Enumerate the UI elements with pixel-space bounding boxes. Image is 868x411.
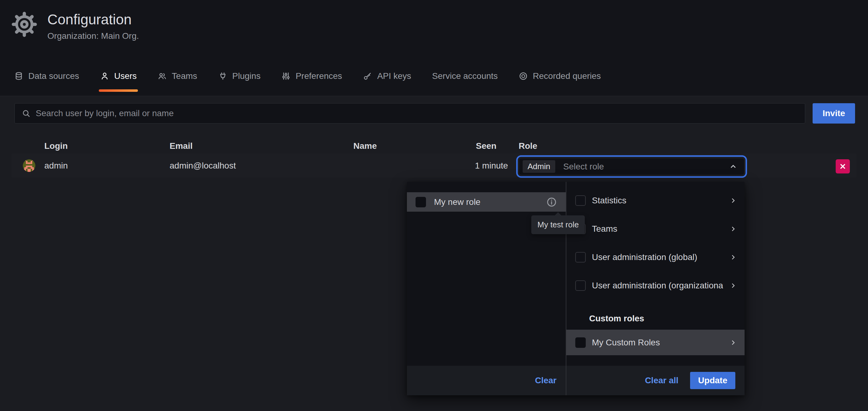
tab-bar: Data sources Users Teams bbox=[13, 61, 602, 94]
role-group-statistics[interactable]: Statistics bbox=[566, 191, 745, 210]
user-icon bbox=[100, 71, 109, 81]
role-group-label: User administration (global) bbox=[592, 252, 723, 262]
tooltip: My test role bbox=[531, 215, 585, 234]
clear-button[interactable]: Clear bbox=[535, 376, 557, 385]
role-group-label: User administration (organizational) bbox=[592, 281, 723, 291]
tab-label: Data sources bbox=[28, 71, 79, 81]
column-role: Role bbox=[519, 141, 537, 151]
search-input[interactable] bbox=[36, 104, 805, 123]
key-icon bbox=[363, 71, 372, 81]
tab-label: API keys bbox=[377, 71, 411, 81]
database-icon bbox=[14, 71, 23, 81]
tab-recorded-queries[interactable]: Recorded queries bbox=[518, 61, 602, 94]
role-group-label: Statistics bbox=[592, 196, 723, 206]
delete-user-button[interactable] bbox=[836, 159, 850, 173]
role-badge: Admin bbox=[523, 160, 555, 173]
gear-icon bbox=[12, 12, 37, 41]
page-titles: Configuration Organization: Main Org. bbox=[48, 11, 139, 41]
cell-email: admin@localhost bbox=[169, 154, 236, 177]
tab-preferences[interactable]: Preferences bbox=[280, 61, 343, 94]
tab-users[interactable]: Users bbox=[99, 61, 138, 94]
left-panel-footer: Clear bbox=[407, 366, 566, 395]
checkbox-my-custom-roles[interactable] bbox=[575, 337, 586, 348]
x-icon bbox=[839, 163, 846, 170]
role-picker-placeholder: Select role bbox=[563, 162, 721, 172]
users-icon bbox=[158, 71, 167, 81]
chevron-right-icon bbox=[729, 282, 737, 290]
tab-plugins[interactable]: Plugins bbox=[217, 61, 262, 94]
column-email: Email bbox=[169, 141, 193, 151]
column-login: Login bbox=[44, 141, 68, 151]
sliders-icon bbox=[281, 71, 290, 81]
cell-login: admin bbox=[44, 154, 68, 177]
tab-label: Plugins bbox=[232, 71, 261, 81]
custom-roles-header: Custom roles bbox=[589, 314, 644, 323]
role-group-user-administration-organizational[interactable]: User administration (organizational) bbox=[566, 276, 745, 295]
update-button[interactable]: Update bbox=[690, 372, 735, 389]
checkbox-user-administration-global[interactable] bbox=[575, 252, 586, 263]
role-dropdown-right-panel: Statistics Teams User administ bbox=[566, 182, 745, 395]
chevron-right-icon bbox=[729, 253, 737, 261]
role-picker[interactable]: Admin Select role bbox=[519, 158, 745, 175]
tab-label: Service accounts bbox=[432, 71, 498, 81]
tab-teams[interactable]: Teams bbox=[156, 61, 198, 94]
panel-divider bbox=[566, 182, 566, 395]
page-title: Configuration bbox=[48, 11, 139, 28]
clear-all-button[interactable]: Clear all bbox=[645, 376, 678, 385]
role-group-label: Teams bbox=[592, 224, 723, 234]
table-row: admin admin@localhost 1 minute Admin Sel… bbox=[12, 154, 856, 177]
tab-label: Recorded queries bbox=[533, 71, 601, 81]
chevron-right-icon bbox=[729, 197, 737, 205]
page-header: Configuration Organization: Main Org. bbox=[12, 11, 139, 41]
role-option-label: My new role bbox=[434, 197, 538, 207]
tab-service-accounts[interactable]: Service accounts bbox=[431, 61, 499, 94]
column-name: Name bbox=[353, 141, 377, 151]
tab-api-keys[interactable]: API keys bbox=[362, 61, 412, 94]
chevron-up-icon bbox=[729, 163, 738, 171]
avatar bbox=[23, 159, 35, 172]
chevron-right-icon bbox=[729, 225, 737, 233]
configuration-page: Configuration Organization: Main Org. Da… bbox=[0, 0, 868, 411]
right-panel-footer: Clear all Update bbox=[566, 366, 745, 395]
cell-seen: 1 minute bbox=[475, 154, 508, 177]
role-group-user-administration-global[interactable]: User administration (global) bbox=[566, 247, 745, 267]
page-subtitle: Organization: Main Org. bbox=[48, 31, 139, 41]
checkbox-my-new-role[interactable] bbox=[415, 197, 426, 207]
tab-label: Preferences bbox=[296, 71, 342, 81]
role-group-label: My Custom Roles bbox=[592, 338, 723, 348]
role-dropdown-left-panel: My new role My test role Clear bbox=[407, 182, 566, 395]
plug-icon bbox=[218, 71, 227, 81]
tab-data-sources[interactable]: Data sources bbox=[13, 61, 80, 94]
checkbox-statistics[interactable] bbox=[575, 195, 586, 206]
column-seen: Seen bbox=[476, 141, 496, 151]
search-icon bbox=[22, 109, 31, 118]
role-group-my-custom-roles[interactable]: My Custom Roles bbox=[566, 330, 745, 355]
tab-label: Teams bbox=[172, 71, 197, 81]
info-icon[interactable] bbox=[546, 197, 557, 208]
invite-button[interactable]: Invite bbox=[813, 103, 855, 123]
search-bar bbox=[14, 103, 805, 123]
role-option-my-new-role[interactable]: My new role bbox=[407, 192, 566, 212]
chevron-right-icon bbox=[729, 339, 737, 347]
checkbox-user-administration-organizational[interactable] bbox=[575, 281, 586, 291]
tab-label: Users bbox=[114, 71, 137, 81]
role-group-teams[interactable]: Teams bbox=[566, 219, 745, 239]
role-dropdown: My new role My test role Clear Statistic… bbox=[407, 182, 745, 395]
record-icon bbox=[519, 71, 528, 81]
